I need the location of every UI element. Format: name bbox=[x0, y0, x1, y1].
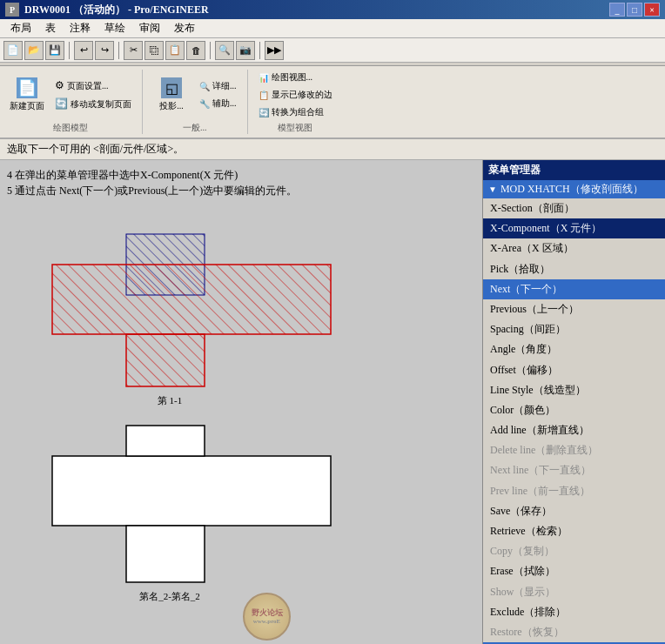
menu-item-review[interactable]: 审阅 bbox=[132, 19, 167, 37]
new-button[interactable]: 📄 bbox=[3, 41, 23, 60]
move-copy-button[interactable]: 🔄 移动或复制页面 bbox=[51, 96, 135, 112]
move-copy-icon: 🔄 bbox=[55, 97, 68, 111]
more-button[interactable]: ▶▶ bbox=[265, 41, 284, 60]
menu-list-item-12[interactable]: Delete line（删除直线） bbox=[483, 440, 665, 460]
window-controls[interactable]: _ □ × bbox=[609, 3, 660, 17]
camera-button[interactable]: 📷 bbox=[236, 41, 255, 60]
aux-label: 辅助... bbox=[212, 97, 237, 110]
drawing-view-icon: 📊 bbox=[259, 73, 269, 83]
menu-list-item-2[interactable]: X-Area（X 区域） bbox=[483, 238, 665, 258]
svg-rect-3 bbox=[52, 265, 331, 334]
status-text: 选取下一个可用的 <剖面/元件/区域>。 bbox=[7, 142, 184, 157]
page-setup-icon: ⚙ bbox=[55, 79, 64, 92]
svg-text:第名_2-第名_2: 第名_2-第名_2 bbox=[139, 591, 200, 601]
save-button[interactable]: 💾 bbox=[45, 41, 64, 60]
menu-list-item-6[interactable]: Spacing（间距） bbox=[483, 319, 665, 339]
menu-list-item-10[interactable]: Color（颜色） bbox=[483, 400, 665, 420]
detail-icon: 🔍 bbox=[199, 82, 210, 91]
convert-group-button[interactable]: 🔄 转换为组合组 bbox=[255, 104, 336, 120]
menu-list-item-16[interactable]: Retrieve（检索） bbox=[483, 521, 665, 541]
menu-item-layout[interactable]: 布局 bbox=[3, 19, 38, 37]
delete-button[interactable]: 🗑 bbox=[186, 41, 205, 60]
ribbon-actions-1: 📄 新建页面 ⚙ 页面设置... 🔄 移动或复制页面 bbox=[5, 70, 135, 120]
open-button[interactable]: 📂 bbox=[24, 41, 44, 60]
app-icon: P bbox=[5, 3, 19, 17]
undo-button[interactable]: ↩ bbox=[74, 41, 93, 60]
menu-list-item-8[interactable]: Offset（偏移） bbox=[483, 360, 665, 380]
menu-list-item-15[interactable]: Save（保存） bbox=[483, 501, 665, 521]
ribbon-group-model-view: 📊 绘图视图... 📋 显示已修改的边 🔄 转换为组合组 模型视图 bbox=[255, 70, 343, 134]
menu-list-item-5[interactable]: Previous（上一个） bbox=[483, 299, 665, 319]
menu-list-item-0[interactable]: X-Section（剖面） bbox=[483, 198, 665, 218]
projection-label: 投影... bbox=[159, 100, 184, 112]
projection-button[interactable]: ◱ 投影... bbox=[150, 76, 193, 114]
canvas-inner: 4 在弹出的菜单管理器中选中X-Component(X 元件) 5 通过点击 N… bbox=[0, 160, 482, 644]
svg-rect-4 bbox=[126, 334, 205, 386]
menu-item-sketch[interactable]: 草绘 bbox=[97, 19, 132, 37]
title-bar: P DRW0001 （活动的） - Pro/ENGINEER _ □ × bbox=[0, 0, 665, 19]
menu-manager-header[interactable]: MOD XHATCH（修改剖面线） bbox=[483, 180, 665, 198]
menu-list-item-4[interactable]: Next（下一个） bbox=[483, 279, 665, 299]
menu-item-annotation[interactable]: 注释 bbox=[63, 19, 97, 37]
menu-list-item-7[interactable]: Angle（角度） bbox=[483, 339, 665, 359]
zoom-button[interactable]: 🔍 bbox=[215, 41, 234, 60]
detail-label: 详细... bbox=[212, 80, 237, 92]
aux-button[interactable]: 🔧 辅助... bbox=[196, 96, 240, 111]
drawing-view-button[interactable]: 📊 绘图视图... bbox=[255, 70, 336, 85]
ribbon: 📄 新建页面 ⚙ 页面设置... 🔄 移动或复制页面 绘图模型 bbox=[0, 63, 665, 139]
menu-items-list: X-Section（剖面）X-Component（X 元件）X-Area（X 区… bbox=[483, 198, 665, 644]
detail-button[interactable]: 🔍 详细... bbox=[196, 78, 240, 94]
move-copy-label: 移动或复制页面 bbox=[71, 98, 131, 111]
menu-list-item-21[interactable]: Restore（恢复） bbox=[483, 622, 665, 642]
paste-button[interactable]: 📋 bbox=[165, 41, 185, 60]
menu-list-item-11[interactable]: Add line（新增直线） bbox=[483, 420, 665, 440]
menu-item-table[interactable]: 表 bbox=[38, 19, 63, 37]
copy-button[interactable]: ⿻ bbox=[144, 41, 164, 60]
convert-group-label: 转换为组合组 bbox=[272, 106, 324, 118]
menu-list-item-17[interactable]: Copy（复制） bbox=[483, 541, 665, 561]
menu-list-item-3[interactable]: Pick（拾取） bbox=[483, 259, 665, 279]
maximize-button[interactable]: □ bbox=[627, 3, 642, 17]
cut-button[interactable]: ✂ bbox=[124, 41, 143, 60]
menu-list-item-9[interactable]: Line Style（线造型） bbox=[483, 380, 665, 400]
new-page-icon: 📄 bbox=[17, 77, 37, 98]
ribbon-group-drawing-model: 📄 新建页面 ⚙ 页面设置... 🔄 移动或复制页面 绘图模型 bbox=[5, 70, 143, 134]
new-page-button[interactable]: 📄 新建页面 bbox=[5, 76, 49, 114]
svg-rect-6 bbox=[52, 456, 331, 526]
menu-list-item-13[interactable]: Next line（下一直线） bbox=[483, 460, 665, 480]
menu-manager: 菜单管理器 MOD XHATCH（修改剖面线） X-Section（剖面）X-C… bbox=[482, 160, 665, 644]
show-modified-icon: 📋 bbox=[259, 91, 269, 100]
drawing-view-label: 绘图视图... bbox=[272, 71, 313, 84]
minimize-button[interactable]: _ bbox=[609, 3, 625, 17]
window-title: DRW0001 （活动的） - Pro/ENGINEER bbox=[24, 3, 209, 17]
page-setup-label: 页面设置... bbox=[67, 80, 109, 92]
ribbon-actions-3: 📊 绘图视图... 📋 显示已修改的边 🔄 转换为组合组 bbox=[255, 70, 336, 120]
brand-watermark: 野火论坛 www.proE bbox=[243, 593, 291, 641]
sep3 bbox=[210, 42, 211, 59]
menu-list-item-18[interactable]: Erase（拭除） bbox=[483, 561, 665, 581]
show-modified-label: 显示已修改的边 bbox=[272, 89, 332, 101]
canvas-area: 4 在弹出的菜单管理器中选中X-Component(X 元件) 5 通过点击 N… bbox=[0, 160, 482, 644]
redo-button[interactable]: ↪ bbox=[95, 41, 114, 60]
page-setup-button[interactable]: ⚙ 页面设置... bbox=[51, 77, 135, 94]
watermark-site: www.proE bbox=[252, 618, 283, 625]
menu-list-item-19[interactable]: Show（显示） bbox=[483, 582, 665, 602]
menu-item-publish[interactable]: 发布 bbox=[167, 19, 202, 37]
aux-icon: 🔧 bbox=[199, 99, 210, 109]
ribbon-group-label-1: 绘图模型 bbox=[5, 122, 135, 134]
close-button[interactable]: × bbox=[644, 3, 660, 17]
convert-group-icon: 🔄 bbox=[259, 108, 269, 117]
menu-list-item-14[interactable]: Prev line（前一直线） bbox=[483, 481, 665, 501]
svg-text:第 1-1: 第 1-1 bbox=[158, 395, 182, 406]
menu-manager-title: 菜单管理器 bbox=[483, 160, 665, 180]
sep2 bbox=[118, 42, 119, 59]
menu-list-item-20[interactable]: Exclude（排除） bbox=[483, 602, 665, 622]
ribbon-actions-2: ◱ 投影... 🔍 详细... 🔧 辅助... bbox=[150, 70, 240, 120]
toolbar: 📄 📂 💾 ↩ ↪ ✂ ⿻ 📋 🗑 🔍 📷 ▶▶ bbox=[0, 38, 665, 63]
new-page-label: 新建页面 bbox=[10, 100, 44, 112]
show-modified-button[interactable]: 📋 显示已修改的边 bbox=[255, 87, 336, 103]
menu-list-item-1[interactable]: X-Component（X 元件） bbox=[483, 218, 665, 238]
ribbon-content: 📄 新建页面 ⚙ 页面设置... 🔄 移动或复制页面 绘图模型 bbox=[0, 66, 665, 138]
svg-rect-7 bbox=[126, 426, 205, 456]
drawing-svg: 第 1-1 第名_2-第名_2 bbox=[0, 160, 482, 644]
